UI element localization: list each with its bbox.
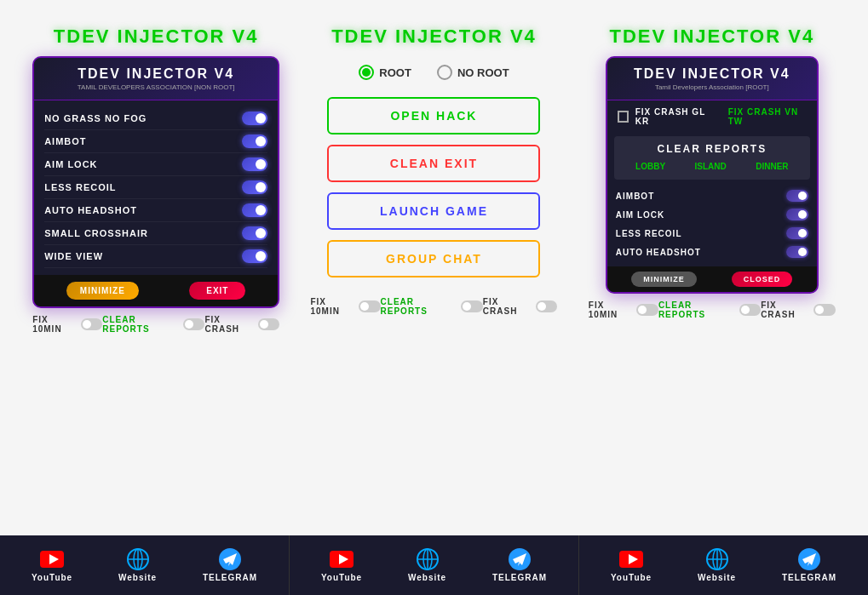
panel2-btoggle-label-2: FIX CRASH bbox=[483, 297, 532, 316]
toggle-label-5: SMALL CROSSHAIR bbox=[44, 228, 148, 238]
panel1-exit-button[interactable]: EXIT bbox=[189, 282, 245, 300]
panel2-btoggle-switch-1[interactable] bbox=[461, 300, 483, 312]
toggle-item-0: NO GRASS NO FOG bbox=[44, 107, 267, 130]
toggle-item-3: LESS RECOIL bbox=[44, 176, 267, 199]
p3-toggle-switch-0[interactable] bbox=[786, 190, 808, 202]
panel3-clear-reports-section: CLEAR REPORTS LOBBY ISLAND DINNER bbox=[614, 136, 810, 180]
p3-toggle-item-3: AUTO HEADSHOT bbox=[616, 243, 808, 261]
radio-noroot-option[interactable]: NO ROOT bbox=[437, 65, 509, 80]
panel2-btoggle-switch-2[interactable] bbox=[536, 300, 557, 312]
panel3-btoggle-switch-2[interactable] bbox=[813, 304, 835, 316]
panel2-radio-area: ROOT NO ROOT bbox=[310, 56, 557, 84]
panel3-btoggle-label-0: FIX 10MIN bbox=[589, 300, 633, 319]
open-hack-button[interactable]: OPEN HACK bbox=[327, 97, 540, 134]
toggle-switch-4[interactable] bbox=[242, 203, 267, 217]
panel1-footer: MINIMIZE EXIT bbox=[34, 275, 278, 306]
toggle-switch-6[interactable] bbox=[242, 249, 267, 263]
panel1-btoggle-1: CLEAR REPORTS bbox=[102, 315, 204, 334]
panel1-btoggle-switch-2[interactable] bbox=[258, 318, 279, 330]
panel3-btoggle-switch-1[interactable] bbox=[739, 304, 762, 316]
panel3-closed-button[interactable]: CLOSED bbox=[732, 272, 793, 287]
toggle-switch-0[interactable] bbox=[242, 112, 267, 125]
panel2-btoggle-2: FIX CRASH bbox=[483, 297, 558, 316]
p3-toggle-switch-2[interactable] bbox=[786, 227, 808, 239]
panel3-map-tabs: LOBBY ISLAND DINNER bbox=[621, 160, 803, 173]
footer-website-0[interactable]: Website bbox=[118, 549, 157, 582]
toggle-label-6: WIDE VIEW bbox=[44, 251, 103, 261]
p3-toggle-switch-1[interactable] bbox=[786, 209, 808, 220]
fix-crash-gl-kr-label: FIX CRASH GL KR bbox=[635, 107, 713, 126]
toggle-item-2: AIM LOCK bbox=[44, 153, 267, 176]
content-area: TDEV INJECTOR V4 TDEV INJECTOR V4 TAMIL … bbox=[0, 0, 868, 535]
footer-youtube-label-1: YouTube bbox=[321, 573, 362, 582]
panel3-toggle-list: AIMBOT AIM LOCK LESS RECOIL AUTO HEADSHO… bbox=[607, 183, 817, 266]
map-tab-lobby[interactable]: LOBBY bbox=[630, 160, 670, 173]
footer-website-label-2: Website bbox=[698, 573, 736, 582]
panel1-window: TDEV INJECTOR V4 TAMIL DEVELOPERS ASSOCI… bbox=[32, 56, 279, 308]
toggle-label-3: LESS RECOIL bbox=[44, 182, 116, 192]
panel1-btoggle-switch-1[interactable] bbox=[183, 318, 205, 330]
footer-youtube-1[interactable]: YouTube bbox=[321, 549, 362, 582]
panel3-title: TDEV INJECTOR V4 bbox=[609, 26, 814, 48]
footer-telegram-0[interactable]: TELEGRAM bbox=[203, 549, 257, 582]
panel2-title: TDEV INJECTOR V4 bbox=[331, 26, 537, 48]
panel3-wrapper: TDEV INJECTOR V4 TDEV INJECTOR V4 Tamil … bbox=[576, 26, 848, 323]
launch-game-button[interactable]: LAUNCH GAME bbox=[327, 192, 540, 230]
panel1-header: TDEV INJECTOR V4 TAMIL DEVELOPERS ASSOCI… bbox=[34, 58, 278, 100]
footer-telegram-label-1: TELEGRAM bbox=[492, 573, 547, 582]
p3-toggle-label-1: AIM LOCK bbox=[616, 210, 664, 220]
panel1-btoggle-label-1: CLEAR REPORTS bbox=[102, 315, 179, 334]
panel3-fix-crash-row: FIX CRASH GL KR FIX CRASH VN TW bbox=[607, 100, 817, 133]
toggle-item-1: AIMBOT bbox=[44, 130, 267, 153]
footer-youtube-label-2: YouTube bbox=[611, 573, 652, 582]
toggle-switch-3[interactable] bbox=[242, 180, 267, 194]
youtube-icon-0 bbox=[39, 549, 65, 569]
radio-root-circle[interactable] bbox=[359, 65, 374, 80]
footer-website-2[interactable]: Website bbox=[698, 549, 736, 582]
radio-root-option[interactable]: ROOT bbox=[359, 65, 411, 80]
radio-noroot-label: NO ROOT bbox=[457, 66, 509, 79]
toggle-switch-1[interactable] bbox=[242, 134, 267, 148]
panel2-body: OPEN HACK CLEAN EXIT LAUNCH GAME GROUP C… bbox=[310, 84, 557, 290]
panel3-bottom-toggles: FIX 10MIN CLEAR REPORTS FIX CRASH bbox=[589, 294, 836, 323]
panel2-btoggle-label-0: FIX 10MIN bbox=[310, 297, 354, 316]
toggle-item-4: AUTO HEADSHOT bbox=[44, 199, 267, 222]
footer-website-1[interactable]: Website bbox=[408, 549, 446, 582]
footer-telegram-1[interactable]: TELEGRAM bbox=[492, 549, 547, 582]
clean-exit-button[interactable]: CLEAN EXIT bbox=[327, 145, 540, 182]
telegram-icon-0 bbox=[217, 549, 243, 569]
p3-toggle-label-2: LESS RECOIL bbox=[616, 229, 682, 238]
footer-youtube-2[interactable]: YouTube bbox=[611, 549, 652, 582]
p3-toggle-switch-3[interactable] bbox=[786, 246, 808, 258]
footer-telegram-label-0: TELEGRAM bbox=[203, 573, 257, 582]
radio-noroot-circle[interactable] bbox=[437, 65, 452, 80]
panel2-standalone: ROOT NO ROOT OPEN HACK CLEAN EXIT LAUNCH… bbox=[310, 56, 557, 290]
footer-telegram-label-2: TELEGRAM bbox=[782, 573, 836, 582]
website-icon-0 bbox=[125, 549, 151, 569]
map-tab-dinner[interactable]: DINNER bbox=[750, 160, 793, 173]
panel3-btoggle-switch-0[interactable] bbox=[636, 304, 658, 316]
panel1-btoggle-switch-0[interactable] bbox=[81, 318, 102, 330]
toggle-label-4: AUTO HEADSHOT bbox=[44, 205, 137, 215]
panel3-btoggle-label-2: FIX CRASH bbox=[761, 300, 809, 319]
panel3-minimize-button[interactable]: MINIMIZE bbox=[631, 272, 697, 287]
toggle-switch-2[interactable] bbox=[242, 157, 267, 171]
p3-toggle-label-0: AIMBOT bbox=[616, 192, 654, 201]
fix-crash-gl-kr-checkbox[interactable] bbox=[618, 111, 629, 123]
panel2-btoggle-switch-0[interactable] bbox=[359, 300, 380, 312]
map-tab-island[interactable]: ISLAND bbox=[690, 160, 732, 173]
toggle-item-6: WIDE VIEW bbox=[44, 245, 267, 268]
p3-toggle-item-0: AIMBOT bbox=[616, 186, 808, 205]
panel1-toggle-list: NO GRASS NO FOG AIMBOT AIM LOCK LESS REC… bbox=[34, 100, 278, 275]
panel1-minimize-button[interactable]: MINIMIZE bbox=[66, 282, 139, 300]
footer-youtube-0[interactable]: YouTube bbox=[32, 549, 72, 582]
fix-crash-vn-tw-label: FIX CRASH VN TW bbox=[728, 107, 807, 126]
p3-toggle-label-3: AUTO HEADSHOT bbox=[616, 248, 701, 257]
radio-root-label: ROOT bbox=[379, 66, 411, 79]
panel3-header: TDEV INJECTOR V4 Tamil Developers Associ… bbox=[607, 58, 817, 100]
group-chat-button[interactable]: GROUP CHAT bbox=[327, 240, 540, 277]
toggle-switch-5[interactable] bbox=[242, 226, 267, 240]
footer-section-0: YouTube Website TELEGRAM bbox=[0, 535, 290, 595]
footer-telegram-2[interactable]: TELEGRAM bbox=[782, 549, 836, 582]
panel3-window: TDEV INJECTOR V4 Tamil Developers Associ… bbox=[606, 56, 819, 294]
